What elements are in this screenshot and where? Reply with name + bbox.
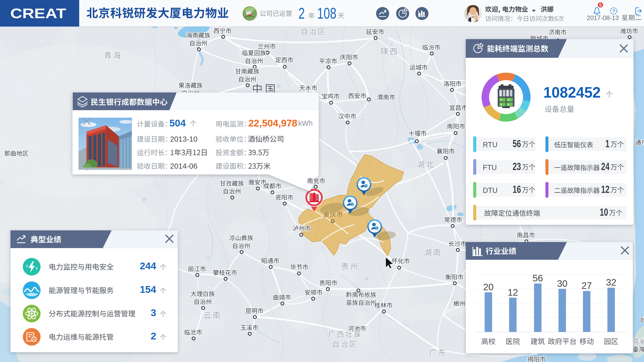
svg-text:2013-10: 2013-10: [170, 135, 197, 143]
svg-text:244: 244: [140, 260, 156, 272]
svg-text:2: 2: [298, 5, 305, 22]
svg-text:23: 23: [512, 161, 521, 172]
svg-text:2: 2: [151, 330, 156, 342]
svg-text:?: ?: [612, 8, 615, 14]
svg-text:12: 12: [508, 287, 518, 298]
svg-text:154: 154: [140, 284, 156, 295]
svg-text:3: 3: [151, 307, 156, 318]
svg-text:32: 32: [606, 277, 616, 288]
svg-text:1082452: 1082452: [543, 84, 601, 101]
svg-text:1: 1: [605, 138, 610, 149]
svg-text:27: 27: [582, 280, 592, 291]
svg-text:10: 10: [600, 206, 608, 218]
svg-text:2017-08-13: 2017-08-13: [587, 14, 619, 22]
svg-text:DTU: DTU: [483, 186, 498, 194]
svg-text:12: 12: [601, 184, 610, 195]
svg-text:504: 504: [170, 118, 186, 128]
svg-text:56: 56: [512, 138, 521, 149]
svg-text:5: 5: [599, 2, 602, 8]
svg-text:30: 30: [557, 278, 568, 288]
svg-text:2014-06: 2014-06: [170, 162, 197, 170]
svg-text:CREAT: CREAT: [10, 6, 66, 21]
svg-text:22,504,978: 22,504,978: [248, 118, 297, 128]
svg-text:16: 16: [512, 184, 521, 195]
svg-text:RTU: RTU: [483, 141, 498, 149]
svg-text:20: 20: [483, 282, 494, 292]
svg-text:108: 108: [317, 5, 336, 22]
svg-text:kWh: kWh: [298, 119, 313, 128]
svg-text:56: 56: [533, 273, 543, 283]
svg-text:24: 24: [601, 161, 610, 172]
svg-text:FTU: FTU: [483, 164, 497, 172]
